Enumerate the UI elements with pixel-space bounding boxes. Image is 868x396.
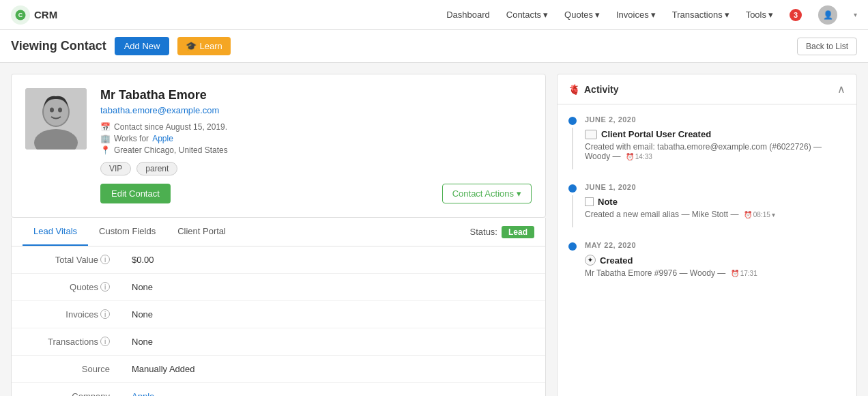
label-source: Source: [82, 364, 110, 374]
activity-date-2: JUNE 1, 2020: [585, 183, 845, 191]
main-layout: Mr Tabatha Emore tabatha.emore@example.c…: [0, 63, 868, 396]
tag-parent: parent: [136, 162, 177, 175]
nav-invoices[interactable]: Invoices ▾: [616, 10, 656, 20]
data-table: Total Value i $0.00 Quotes i None Invoic…: [11, 246, 546, 396]
tag-vip: VIP: [100, 162, 131, 175]
nav-quotes[interactable]: Quotes ▾: [564, 10, 600, 20]
activity-entry-2: Note Created a new email alias — Mike St…: [585, 197, 845, 219]
activity-entry-title-3: ✦ Created: [585, 255, 845, 266]
contact-info: Mr Tabatha Emore tabatha.emore@example.c…: [100, 88, 429, 203]
company-icon: 🏢: [100, 134, 111, 143]
portal-icon: [585, 130, 597, 139]
activity-group-june2: JUNE 2, 2020 Client Portal User Created …: [568, 115, 845, 169]
notification-badge[interactable]: 3: [790, 9, 802, 21]
contact-card: Mr Tabatha Emore tabatha.emore@example.c…: [11, 74, 546, 218]
activity-group-june1: JUNE 1, 2020 Note Created a new email al…: [568, 183, 845, 227]
nav-dashboard[interactable]: Dashboard: [446, 10, 490, 20]
account-dropdown-icon[interactable]: ▾: [854, 11, 857, 18]
nav-tools[interactable]: Tools ▾: [746, 10, 773, 20]
heart-icon: 🫀: [568, 84, 580, 95]
info-invoices[interactable]: i: [100, 309, 110, 319]
time-3: ⏰ 17:31: [731, 270, 757, 277]
activity-date-3: MAY 22, 2020: [585, 241, 845, 249]
value-company[interactable]: Apple: [121, 383, 545, 396]
svg-point-5: [44, 98, 68, 126]
info-quotes[interactable]: i: [100, 282, 110, 292]
calendar-icon: 📅: [100, 122, 111, 132]
status-label: Status:: [470, 227, 497, 237]
activity-entry-title-1: Client Portal User Created: [585, 129, 845, 139]
created-icon: ✦: [585, 255, 596, 266]
contact-since: Contact since August 15, 2019.: [114, 122, 227, 132]
activity-entry-title-2: Note: [585, 197, 845, 207]
clock-icon-3: ⏰: [731, 270, 739, 277]
activity-list: JUNE 2, 2020 Client Portal User Created …: [558, 104, 856, 396]
tab-custom-fields[interactable]: Custom Fields: [88, 218, 167, 246]
activity-title: 🫀 Activity: [568, 84, 619, 95]
activity-collapse-button[interactable]: ∧: [837, 83, 845, 96]
page-title: Viewing Contact: [11, 39, 106, 53]
contact-location-row: 📍 Greater Chicago, United States: [100, 145, 429, 155]
chevron-down-icon-note[interactable]: ▾: [772, 211, 775, 218]
contact-photo: [25, 88, 87, 150]
activity-group-may22: MAY 22, 2020 ✦ Created Mr Tabatha Emore …: [568, 241, 845, 286]
activity-entry-meta-3: Mr Tabatha Emore #9976 — Woody — ⏰ 17:31: [585, 268, 845, 278]
label-quotes: Quotes: [70, 282, 98, 292]
timeline-dot-2: [568, 184, 577, 193]
row-company: Company Apple: [12, 383, 545, 396]
info-total-value[interactable]: i: [100, 255, 110, 264]
activity-date-1: JUNE 2, 2020: [585, 115, 845, 124]
activity-panel: 🫀 Activity ∧ JUNE 2, 2020 Client Portal …: [557, 74, 857, 396]
contact-since-row: 📅 Contact since August 15, 2019.: [100, 122, 429, 132]
contact-tags: VIP parent: [100, 162, 429, 175]
contact-company-row: 🏢 Works for Apple: [100, 134, 429, 143]
brand: C CRM: [11, 5, 57, 25]
learn-button[interactable]: 🎓 Learn: [177, 37, 230, 55]
note-checkbox-icon: [585, 197, 594, 206]
info-transactions[interactable]: i: [100, 337, 110, 346]
value-total-value: $0.00: [121, 246, 545, 273]
page-header: Viewing Contact Add New 🎓 Learn Back to …: [0, 30, 868, 63]
nav-contacts[interactable]: Contacts ▾: [506, 10, 548, 20]
back-to-list-button[interactable]: Back to List: [797, 38, 857, 55]
timeline-dot-3: [568, 242, 577, 251]
label-invoices: Invoices: [66, 309, 98, 320]
chevron-down-icon: ▾: [517, 188, 521, 199]
nav-transactions[interactable]: Transactions ▾: [672, 10, 729, 20]
contact-actions-button[interactable]: Contact Actions ▾: [442, 184, 532, 203]
location-icon: 📍: [100, 145, 111, 155]
contact-name: Mr Tabatha Emore: [100, 88, 429, 102]
timeline-dot-1: [568, 117, 577, 125]
status-badge: Lead: [502, 226, 534, 238]
svg-point-6: [50, 108, 54, 113]
timeline-line-1: [572, 128, 573, 169]
brand-name: CRM: [34, 9, 57, 20]
row-total-value: Total Value i $0.00: [12, 246, 545, 274]
value-transactions: None: [121, 328, 545, 355]
navbar: C CRM Dashboard Contacts ▾ Quotes ▾ Invo…: [0, 0, 868, 30]
clock-icon-2: ⏰: [744, 211, 752, 218]
activity-header: 🫀 Activity ∧: [558, 74, 856, 104]
tab-client-portal[interactable]: Client Portal: [167, 218, 237, 246]
contact-company-link[interactable]: Apple: [152, 134, 173, 143]
tab-lead-vitals[interactable]: Lead Vitals: [23, 218, 88, 246]
brand-icon: C: [11, 5, 30, 25]
row-transactions: Transactions i None: [12, 328, 545, 356]
time-2: ⏰ 08:15 ▾: [744, 211, 775, 218]
add-new-button[interactable]: Add New: [115, 37, 170, 55]
edit-contact-button[interactable]: Edit Contact: [100, 184, 171, 203]
timeline-line-2: [572, 195, 573, 227]
label-company: Company: [72, 391, 110, 396]
row-quotes: Quotes i None: [12, 274, 545, 301]
activity-entry-meta-2: Created a new email alias — Mike Stott —…: [585, 210, 845, 219]
graduation-icon: 🎓: [186, 41, 197, 51]
time-1: ⏰ 14:33: [626, 153, 652, 160]
label-transactions: Transactions: [48, 337, 98, 347]
activity-entry-meta-1: Created with email: tabatha.emore@exampl…: [585, 142, 845, 161]
row-invoices: Invoices i None: [12, 301, 545, 328]
avatar[interactable]: 👤: [818, 5, 837, 25]
contact-location: Greater Chicago, United States: [114, 145, 228, 155]
contact-email[interactable]: tabatha.emore@example.com: [100, 105, 429, 115]
tabs-bar: Lead Vitals Custom Fields Client Portal …: [11, 218, 546, 246]
works-for-label: Works for: [114, 134, 149, 143]
